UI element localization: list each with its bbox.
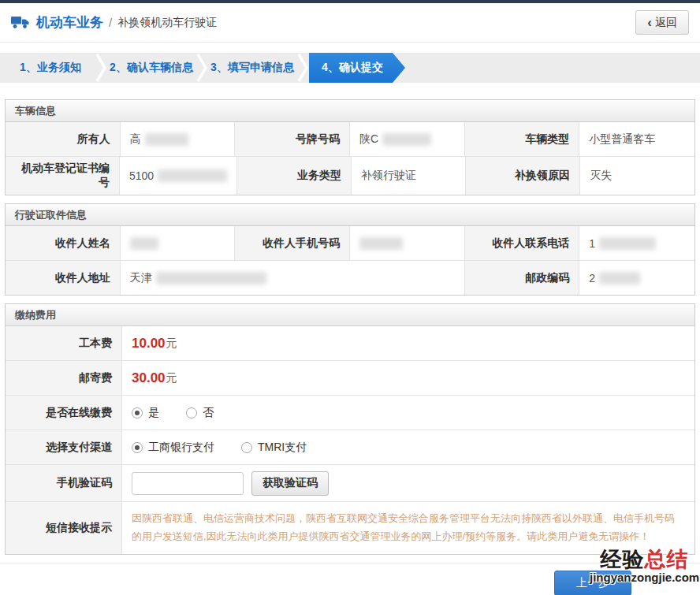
vehicle-type-value: 小型普通客车 xyxy=(579,122,694,156)
sms-notice-text: 因陕西省联通、电信运营商技术问题，陕西省互联网交通安全综合服务管理平台无法向持陕… xyxy=(122,502,694,554)
radio-option-yes[interactable]: 是 xyxy=(132,406,159,420)
cost-fee-value: 10.00 元 xyxy=(122,326,694,360)
recipient-address-value: 天津 xyxy=(121,261,465,295)
redacted-blur xyxy=(158,169,227,182)
table-row: 短信接收提示 因陕西省联通、电信运营商技术问题，陕西省互联网交通安全综合服务管理… xyxy=(6,502,694,554)
replace-reason-label: 补换领原因 xyxy=(466,157,580,195)
sms-code-input[interactable] xyxy=(132,472,244,495)
recipient-phone-value: 1 xyxy=(579,226,694,260)
chevron-left-icon: ‹ xyxy=(647,16,652,29)
table-row: 选择支付渠道 工商银行支付 TMRI支付 xyxy=(6,430,694,465)
reg-cert-value: 5100 xyxy=(120,157,237,195)
table-row: 收件人姓名 收件人手机号码 收件人联系电话 1 xyxy=(6,226,694,261)
recipient-mobile-value xyxy=(350,226,465,260)
tab-step-3[interactable]: 3、填写申请信息 xyxy=(208,53,296,83)
pay-channel-options: 工商银行支付 TMRI支付 xyxy=(122,430,694,464)
table-row: 所有人 高 号牌号码 陕C 车辆类型 小型普通客车 xyxy=(6,122,694,157)
recipient-phone-label: 收件人联系电话 xyxy=(465,226,580,260)
redacted-blur xyxy=(599,272,640,284)
page-header: 机动车业务 / 补换领机动车行驶证 ‹ 返回 xyxy=(0,3,700,43)
radio-checked-icon[interactable] xyxy=(132,442,143,453)
radio-unchecked-icon[interactable] xyxy=(241,442,252,453)
watermark-text: 经验总结 xyxy=(590,549,699,571)
watermark-domain: jingyanzongjie.com xyxy=(590,571,699,583)
table-row: 收件人地址 天津 邮政编码 2 xyxy=(6,261,694,295)
step-tabbar: 1、业务须知 2、确认车辆信息 3、填写申请信息 4、确认提交 xyxy=(0,53,700,83)
radio-option-icbc[interactable]: 工商银行支付 xyxy=(132,441,214,455)
table-row: 工本费 10.00 元 xyxy=(6,326,694,361)
chevron-right-separator-icon xyxy=(296,53,309,83)
pickup-info-section: 行驶证取件信息 收件人姓名 收件人手机号码 收件人联系电话 1 收件人地址 天津… xyxy=(5,203,695,296)
tab-step-1[interactable]: 1、业务须知 xyxy=(6,53,95,83)
sms-code-label: 手机验证码 xyxy=(6,465,122,501)
tab-step-2[interactable]: 2、确认车辆信息 xyxy=(107,53,195,83)
online-pay-label: 是否在线缴费 xyxy=(6,396,122,430)
page-title: 机动车业务 xyxy=(36,13,103,32)
redacted-blur xyxy=(145,133,188,146)
redacted-blur xyxy=(130,237,158,250)
plate-number-label: 号牌号码 xyxy=(235,122,350,156)
redacted-blur xyxy=(382,133,431,146)
pickup-info-title: 行驶证取件信息 xyxy=(6,204,694,226)
radio-checked-icon[interactable] xyxy=(132,407,143,418)
reg-cert-label: 机动车登记证书编号 xyxy=(6,157,120,195)
table-row: 邮寄费 30.00 元 xyxy=(6,361,694,396)
owner-value: 高 xyxy=(121,122,236,156)
radio-unchecked-icon[interactable] xyxy=(186,407,197,418)
postage-fee-label: 邮寄费 xyxy=(6,361,122,395)
business-type-value: 补领行驶证 xyxy=(352,157,466,195)
radio-option-no[interactable]: 否 xyxy=(186,406,214,420)
redacted-blur xyxy=(599,237,656,250)
postage-fee-value: 30.00 元 xyxy=(122,361,694,395)
site-watermark: 经验总结 jingyanzongjie.com xyxy=(590,549,699,583)
vehicle-type-label: 车辆类型 xyxy=(465,122,580,156)
payment-title: 缴纳费用 xyxy=(6,304,694,326)
table-row: 机动车登记证书编号 5100 业务类型 补领行驶证 补换领原因 灭失 xyxy=(6,157,694,195)
cost-fee-label: 工本费 xyxy=(6,326,122,360)
breadcrumb-current: 补换领机动车行驶证 xyxy=(117,16,217,30)
get-code-button[interactable]: 获取验证码 xyxy=(251,471,329,496)
sms-notice-label: 短信接收提示 xyxy=(6,502,122,554)
redacted-blur xyxy=(156,272,266,284)
table-row: 是否在线缴费 是 否 xyxy=(6,396,694,430)
recipient-address-label: 收件人地址 xyxy=(6,261,121,295)
payment-section: 缴纳费用 工本费 10.00 元 邮寄费 30.00 元 是否在线缴费 是 xyxy=(5,303,695,555)
chevron-right-separator-icon xyxy=(95,53,107,83)
postcode-label: 邮政编码 xyxy=(465,261,580,295)
redacted-blur xyxy=(359,237,403,250)
breadcrumb-separator: / xyxy=(109,16,112,29)
business-type-label: 业务类型 xyxy=(237,157,352,195)
postcode-value: 2 xyxy=(579,261,694,295)
truck-icon xyxy=(11,16,30,29)
recipient-name-value xyxy=(121,226,236,260)
plate-number-value: 陕C xyxy=(350,122,465,156)
recipient-mobile-label: 收件人手机号码 xyxy=(235,226,350,260)
replace-reason-value: 灭失 xyxy=(580,157,694,195)
table-row: 手机验证码 获取验证码 xyxy=(6,465,694,502)
owner-label: 所有人 xyxy=(6,122,121,156)
vehicle-info-title: 车辆信息 xyxy=(6,100,694,122)
radio-option-tmri[interactable]: TMRI支付 xyxy=(241,441,307,455)
vehicle-info-section: 车辆信息 所有人 高 号牌号码 陕C 车辆类型 小型普通客车 机动车登记证书编号… xyxy=(5,99,695,195)
main-content: 车辆信息 所有人 高 号牌号码 陕C 车辆类型 小型普通客车 机动车登记证书编号… xyxy=(5,99,695,555)
back-button[interactable]: ‹ 返回 xyxy=(635,10,689,35)
back-button-label: 返回 xyxy=(655,16,677,30)
tab-step-4-active[interactable]: 4、确认提交 xyxy=(309,53,405,83)
sms-code-field-row: 获取验证码 xyxy=(122,465,694,501)
chevron-right-separator-icon xyxy=(195,53,208,83)
pay-channel-label: 选择支付渠道 xyxy=(6,430,122,464)
recipient-name-label: 收件人姓名 xyxy=(6,226,121,260)
online-pay-options: 是 否 xyxy=(122,396,694,430)
